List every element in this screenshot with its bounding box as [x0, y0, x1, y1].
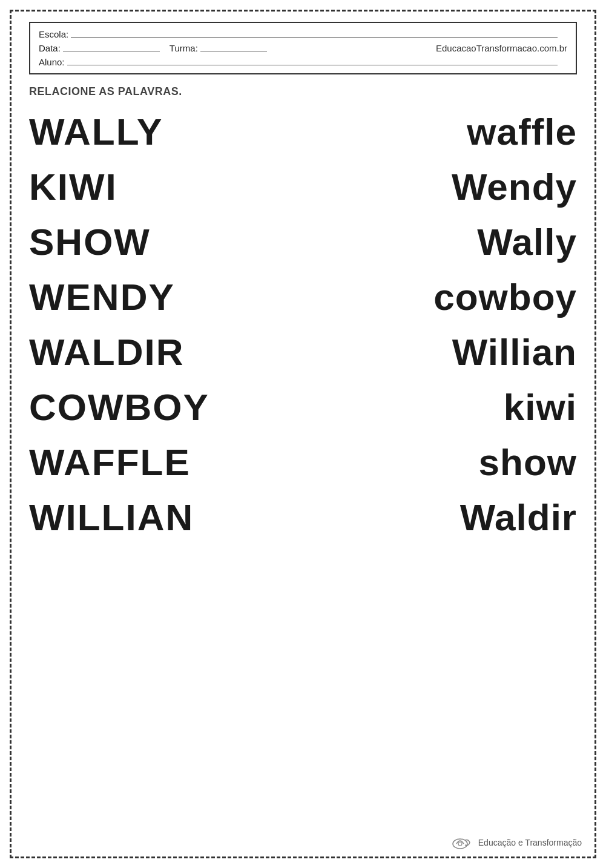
match-row: COWBOYkiwi — [29, 380, 577, 435]
left-word: KIWI — [29, 165, 223, 208]
left-word: WILLIAN — [29, 496, 223, 539]
data-line — [63, 51, 160, 51]
website-text: EducacaoTransformacao.com.br — [436, 43, 567, 53]
match-area: WALLYwaffleKIWIWendySHOWWallyWENDYcowboy… — [29, 104, 577, 545]
left-word: WALLY — [29, 110, 223, 153]
left-word: WENDY — [29, 275, 223, 318]
right-word: Willian — [395, 330, 577, 373]
left-word: WALDIR — [29, 330, 223, 373]
right-word: Wendy — [395, 165, 577, 208]
match-row: KIWIWendy — [29, 159, 577, 214]
right-word: waffle — [395, 110, 577, 153]
turma-label: Turma: — [170, 43, 198, 53]
aluno-line — [67, 65, 558, 65]
match-row: WILLIANWaldir — [29, 490, 577, 545]
left-word: COWBOY — [29, 386, 223, 429]
aluno-row: Aluno: — [39, 57, 567, 67]
match-row: WALDIRWillian — [29, 324, 577, 380]
aluno-label: Aluno: — [39, 57, 65, 67]
right-word: Wally — [395, 220, 577, 263]
data-turma-row: Data: Turma: EducacaoTransformacao.com.b… — [39, 43, 567, 53]
data-label: Data: — [39, 43, 61, 53]
right-word: cowboy — [395, 275, 577, 318]
escola-label: Escola: — [39, 29, 68, 39]
left-word: WAFFLE — [29, 441, 223, 484]
match-row: WALLYwaffle — [29, 104, 577, 159]
instruction-text: RELACIONE AS PALAVRAS. — [29, 85, 577, 98]
match-row: WENDYcowboy — [29, 269, 577, 324]
escola-row: Escola: — [39, 29, 567, 39]
left-word: SHOW — [29, 220, 223, 263]
match-row: SHOWWally — [29, 214, 577, 269]
turma-line — [200, 51, 267, 51]
svg-point-1 — [458, 842, 462, 846]
escola-line — [71, 37, 558, 38]
right-word: Waldir — [395, 496, 577, 539]
right-word: kiwi — [395, 386, 577, 429]
footer-logo-icon — [452, 834, 473, 851]
footer-text: Educação e Transformação — [478, 838, 582, 847]
page: Escola: Data: Turma: EducacaoTransformac… — [0, 0, 606, 868]
header-form: Escola: Data: Turma: EducacaoTransformac… — [29, 22, 577, 74]
inner-content: Escola: Data: Turma: EducacaoTransformac… — [11, 11, 595, 551]
right-word: show — [395, 441, 577, 484]
match-row: WAFFLEshow — [29, 435, 577, 490]
footer: Educação e Transformação — [452, 834, 582, 851]
